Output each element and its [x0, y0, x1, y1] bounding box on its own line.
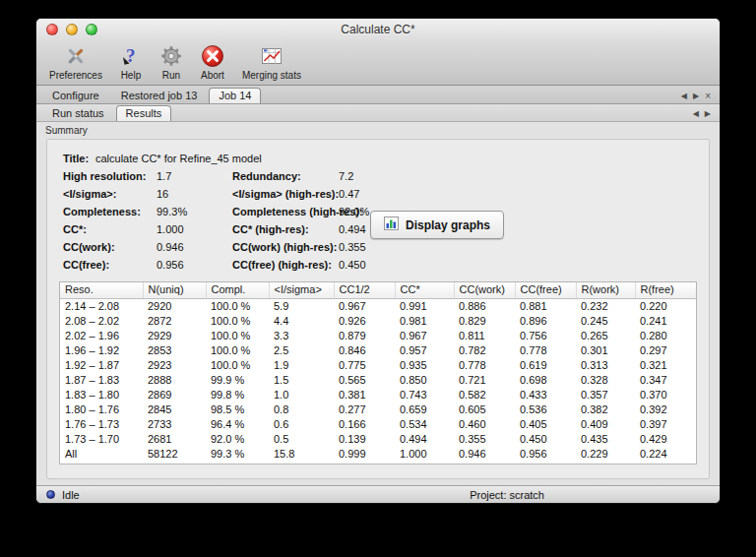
- table-cell: 0.460: [454, 416, 515, 431]
- column-header[interactable]: Compl.: [206, 282, 269, 298]
- column-header[interactable]: N(uniq): [143, 282, 206, 298]
- table-cell: 0.999: [334, 446, 395, 461]
- column-header[interactable]: R(work): [576, 282, 635, 298]
- column-header[interactable]: CC*: [395, 282, 454, 298]
- merging-stats-button[interactable]: Merging stats: [239, 43, 304, 81]
- table-cell: 3.3: [269, 328, 334, 342]
- summary-row: Title: calculate CC* for Refine_45 model: [63, 150, 709, 167]
- table-cell: 0.850: [395, 372, 454, 387]
- table-cell: 0.220: [635, 298, 696, 313]
- column-header[interactable]: R(free): [635, 282, 696, 298]
- summary-value: 0.355: [339, 241, 709, 253]
- table-cell: 0.8: [269, 402, 334, 416]
- stats-table: Reso.N(uniq)Compl.<I/sigma>CC1/2CC*CC(wo…: [60, 282, 696, 461]
- table-row[interactable]: 2.14 – 2.082920100.0 %5.90.9670.9910.886…: [60, 298, 696, 313]
- table-cell: 0.896: [515, 313, 576, 328]
- tab-job-14[interactable]: Job 14: [209, 88, 261, 103]
- column-header[interactable]: Reso.: [60, 282, 143, 298]
- tab-restored-job-13[interactable]: Restored job 13: [111, 88, 208, 103]
- summary-value: 16: [157, 188, 232, 200]
- table-row[interactable]: 1.87 – 1.83288899.9 %1.50.5650.8500.7210…: [60, 372, 696, 387]
- abort-button[interactable]: Abort: [198, 43, 227, 81]
- table-cell: 0.494: [395, 431, 454, 446]
- table-cell: 1.96 – 1.92: [60, 342, 143, 357]
- table-cell: 100.0 %: [206, 313, 269, 328]
- table-row[interactable]: 1.76 – 1.73273396.4 %0.60.1660.5340.4600…: [60, 416, 696, 431]
- tab-scroll-left-icon[interactable]: ◀: [678, 92, 690, 103]
- tab-run-status[interactable]: Run status: [42, 105, 114, 121]
- table-row[interactable]: 1.80 – 1.76284598.5 %0.80.2770.6590.6050…: [60, 402, 696, 416]
- table-cell: 0.429: [635, 431, 696, 446]
- table-cell: 2.14 – 2.08: [60, 298, 143, 313]
- table-cell: 0.328: [576, 372, 635, 387]
- table-cell: 0.370: [635, 387, 696, 402]
- tab-configure[interactable]: Configure: [42, 88, 109, 103]
- summary-value: 0.47: [339, 188, 709, 200]
- stats-table-container[interactable]: Reso.N(uniq)Compl.<I/sigma>CC1/2CC*CC(wo…: [59, 281, 697, 464]
- table-cell: 2733: [143, 416, 206, 431]
- table-cell: 0.981: [395, 313, 454, 328]
- table-cell: 2872: [143, 313, 206, 328]
- summary-label: High resolution:: [63, 170, 157, 182]
- summary-row: <I/sigma>: 16 <I/sigma> (high-res): 0.47: [63, 185, 709, 203]
- table-row[interactable]: 2.02 – 1.962929100.0 %3.30.8790.9670.811…: [60, 328, 696, 342]
- tab-scroll-right-icon[interactable]: ▶: [690, 92, 702, 103]
- table-cell: 58122: [143, 446, 206, 461]
- table-cell: 15.8: [269, 446, 334, 461]
- table-cell: 0.829: [454, 313, 515, 328]
- table-cell: 0.756: [515, 328, 576, 342]
- summary-label: CC(free) (high-res):: [232, 259, 339, 271]
- title-bar[interactable]: Calculate CC*: [36, 19, 720, 40]
- column-header[interactable]: <I/sigma>: [269, 282, 334, 298]
- table-cell: 0.991: [395, 298, 454, 313]
- summary-value: 0.956: [157, 259, 232, 271]
- help-button[interactable]: ? Help: [117, 43, 145, 81]
- toolbar-item-label: Preferences: [49, 70, 102, 81]
- table-cell: 0.280: [635, 328, 696, 342]
- tab-results[interactable]: Results: [116, 105, 172, 121]
- close-window-button[interactable]: [46, 24, 58, 35]
- table-cell: 0.775: [334, 357, 395, 372]
- summary-grid: Title: calculate CC* for Refine_45 model…: [47, 140, 709, 278]
- table-cell: 0.565: [334, 372, 395, 387]
- table-cell: 0.277: [334, 402, 395, 416]
- table-cell: 99.9 %: [206, 372, 269, 387]
- toolbar-item-label: Run: [162, 70, 180, 81]
- zoom-window-button[interactable]: [86, 24, 97, 35]
- table-row[interactable]: 1.83 – 1.80286999.8 %1.00.3810.7430.5820…: [60, 387, 696, 402]
- table-cell: 0.5: [269, 431, 334, 446]
- table-row[interactable]: 1.96 – 1.922853100.0 %2.50.8460.9570.782…: [60, 342, 696, 357]
- table-cell: 0.313: [576, 357, 635, 372]
- column-header[interactable]: CC(work): [454, 282, 515, 298]
- table-cell: 2845: [143, 402, 206, 416]
- preferences-button[interactable]: Preferences: [46, 43, 105, 81]
- table-cell: 2929: [143, 328, 206, 342]
- summary-value: 1.7: [157, 170, 232, 182]
- bar-chart-icon: [384, 217, 399, 233]
- table-row[interactable]: All5812299.3 %15.80.9991.0000.9460.9560.…: [60, 446, 696, 461]
- table-cell: 100.0 %: [206, 298, 269, 313]
- table-cell: 0.879: [334, 328, 395, 342]
- table-cell: 2869: [143, 387, 206, 402]
- view-tab-scroll-left-icon[interactable]: ◀: [690, 109, 702, 121]
- table-row[interactable]: 1.73 – 1.70268192.0 %0.50.1390.4940.3550…: [60, 431, 696, 446]
- table-cell: 2681: [143, 431, 206, 446]
- run-button[interactable]: Run: [157, 43, 186, 81]
- table-cell: 0.946: [454, 446, 515, 461]
- table-cell: 0.957: [395, 342, 454, 357]
- table-row[interactable]: 2.08 – 2.022872100.0 %4.40.9260.9810.829…: [60, 313, 696, 328]
- view-tab-scroll-right-icon[interactable]: ▶: [702, 109, 714, 121]
- summary-value: 1.000: [157, 223, 232, 235]
- column-header[interactable]: CC1/2: [334, 282, 395, 298]
- column-header[interactable]: CC(free): [515, 282, 576, 298]
- table-cell: 0.382: [576, 402, 635, 416]
- summary-label: CC*:: [63, 223, 157, 235]
- table-row[interactable]: 1.92 – 1.872923100.0 %1.90.7750.9350.778…: [60, 357, 696, 372]
- summary-row: High resolution: 1.7 Redundancy: 7.2: [63, 167, 709, 185]
- display-graphs-button[interactable]: Display graphs: [370, 211, 504, 239]
- table-cell: 1.000: [395, 446, 454, 461]
- tab-close-icon[interactable]: ×: [702, 92, 714, 103]
- minimize-window-button[interactable]: [66, 24, 78, 35]
- table-cell: 0.659: [395, 402, 454, 416]
- job-tab-bar: Configure Restored job 13 Job 14 ◀ ▶ ×: [36, 86, 720, 104]
